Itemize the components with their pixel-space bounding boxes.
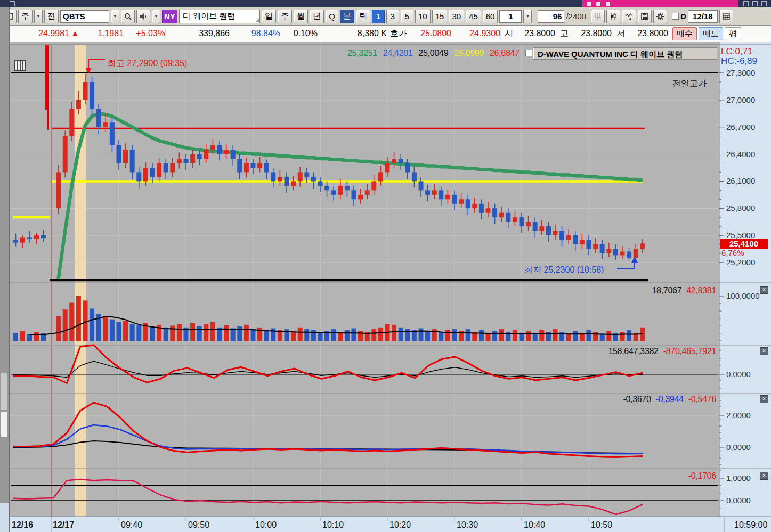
legend-green-value: 25,3251 [347, 48, 377, 58]
volume-ma2-value: 42,8381 [686, 286, 716, 295]
chart-canvas[interactable]: 27,300027,000026,700026,400026,100025,80… [0, 0, 771, 532]
ind2-black-value: 158,647,3382 [608, 347, 658, 356]
svg-text:10:10: 10:10 [322, 520, 344, 529]
svg-text:10:50: 10:50 [591, 520, 612, 529]
chart-plot-area[interactable] [10, 45, 719, 517]
indicator2-panel-close-icon[interactable]: ✕ [760, 347, 768, 355]
symbol-title-box: D-WAVE QUANTUM INC 디 웨이브 퀀텀 [533, 47, 717, 60]
legend-checkbox[interactable] [525, 50, 532, 56]
session-low-annotation: 최저 25,2300 (10:58) [524, 265, 604, 276]
legend-black-value: 25,0049 [419, 48, 449, 58]
session-high-annotation: 최고 27,2900 (09:35) [108, 58, 187, 69]
svg-text:25,5000: 25,5000 [726, 231, 755, 240]
svg-text:0,0000: 0,0000 [726, 496, 751, 505]
lc-label: LC:0,71 [721, 46, 753, 57]
indicator4-panel-close-icon[interactable]: ✕ [760, 472, 768, 480]
svg-text:25,2000: 25,2000 [726, 258, 755, 267]
svg-text:100,0000: 100,0000 [726, 291, 760, 300]
chart-legend: 25,325124,420125,004926,099926,6847 [347, 48, 525, 58]
current-price-badge: 25,4100 [720, 239, 768, 249]
svg-text:27,3000: 27,3000 [726, 68, 755, 77]
legend-blue-value: 24,4201 [383, 48, 413, 58]
hc-label: HC:-6,89 [721, 56, 757, 67]
prev-day-high-label: 전일고가 [672, 78, 707, 89]
legend-yellow-value: 26,0999 [454, 48, 484, 58]
ind3-red-value: -0,5476 [688, 395, 716, 404]
volume-panel-close-icon[interactable]: ✕ [760, 286, 768, 294]
chart-tool-icon[interactable] [14, 60, 26, 71]
volume-ma-value: 18,7067 [652, 286, 682, 295]
ind3-blue-value: -0,3944 [656, 395, 684, 404]
svg-text:26,1000: 26,1000 [726, 176, 755, 185]
svg-text:12/17: 12/17 [53, 520, 74, 529]
svg-text:26,4000: 26,4000 [726, 150, 755, 159]
svg-text:10:00: 10:00 [255, 520, 277, 529]
svg-text:10:20: 10:20 [389, 520, 411, 529]
indicator3-panel-labels: -0,3670-0,3944-0,5476 [535, 395, 716, 404]
volume-panel-labels: 18,706742,8381 [535, 286, 716, 296]
svg-text:10:40: 10:40 [524, 520, 545, 529]
ind4-red-value: -0,1706 [688, 471, 716, 480]
svg-text:26,7000: 26,7000 [726, 122, 755, 132]
ind2-red-value: -870,465,7921 [663, 347, 716, 356]
current-pct-label: 6,76% [721, 248, 744, 257]
indicator3-panel-close-icon[interactable]: ✕ [760, 395, 768, 403]
svg-text:0,0000: 0,0000 [726, 370, 751, 379]
svg-text:12/16: 12/16 [12, 520, 33, 529]
svg-text:1,0000: 1,0000 [726, 473, 751, 482]
svg-text:27,0000: 27,0000 [726, 95, 755, 104]
svg-text:0,0000: 0,0000 [726, 443, 751, 452]
svg-text:10:30: 10:30 [457, 520, 478, 529]
svg-text:10:59:00: 10:59:00 [734, 520, 767, 529]
ind3-black-value: -0,3670 [623, 395, 651, 404]
legend-red-value: 26,6847 [490, 48, 520, 58]
indicator4-panel-labels: -0,1706 [535, 471, 716, 481]
svg-text:09:50: 09:50 [188, 520, 209, 529]
svg-text:25,8000: 25,8000 [726, 203, 755, 212]
indicator2-panel-labels: 158,647,3382-870,465,7921 [535, 347, 716, 356]
svg-text:09:40: 09:40 [121, 520, 142, 529]
svg-text:2,0000: 2,0000 [726, 411, 751, 420]
